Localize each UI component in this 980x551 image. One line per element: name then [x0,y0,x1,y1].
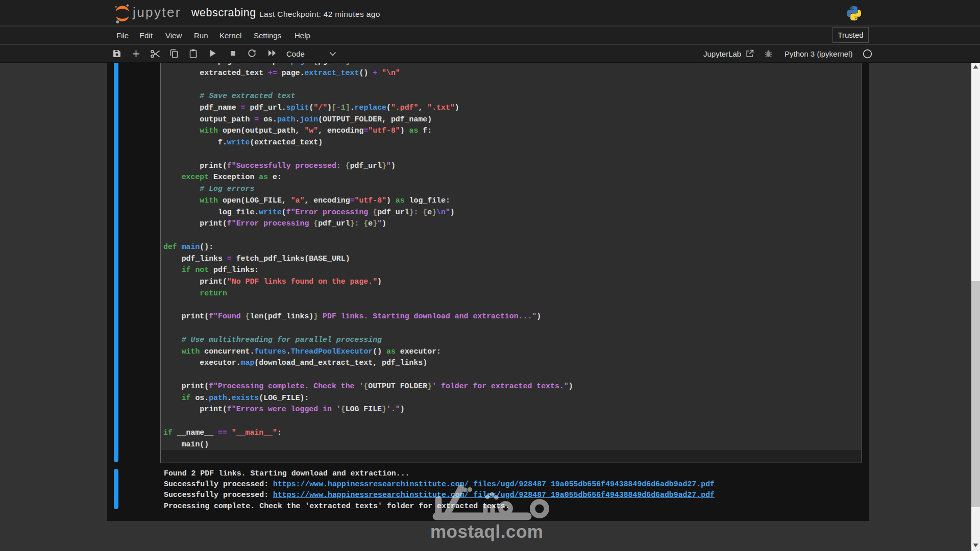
svg-text:mostaql.com: mostaql.com [430,521,543,541]
